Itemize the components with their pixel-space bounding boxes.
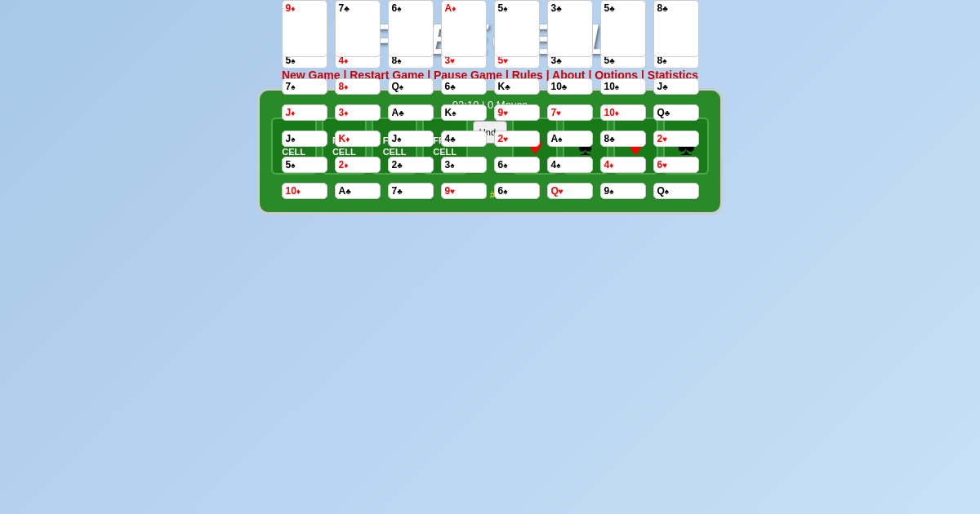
- card[interactable]: A♦: [441, 0, 487, 57]
- card-suit: ♣: [662, 82, 668, 91]
- card[interactable]: 9♥: [494, 104, 540, 121]
- card-rank: K: [339, 133, 346, 144]
- card-suit: ♣: [609, 135, 615, 144]
- card-suit: ♠: [503, 161, 507, 170]
- card[interactable]: Q♠: [653, 183, 699, 199]
- card[interactable]: 7♠: [282, 78, 327, 95]
- card-suit: ♠: [399, 82, 403, 91]
- card-suit: ♣: [562, 82, 568, 91]
- card-suit: ♠: [450, 161, 454, 170]
- card[interactable]: 6♠: [388, 0, 434, 57]
- card-rank: 10: [286, 185, 296, 197]
- card[interactable]: K♠: [441, 104, 487, 121]
- card-rank: K: [445, 107, 452, 118]
- card[interactable]: 8♦: [335, 78, 381, 95]
- card-suit: ♥: [503, 135, 508, 144]
- card[interactable]: K♦: [335, 131, 381, 147]
- card-suit: ♣: [665, 109, 670, 117]
- card-suit: ♠: [291, 82, 295, 91]
- card-suit: ♥: [503, 56, 508, 65]
- card-suit: ♣: [450, 82, 456, 91]
- card[interactable]: 7♣: [388, 183, 434, 199]
- card[interactable]: 6♠: [494, 157, 540, 173]
- card-suit: ♦: [344, 82, 348, 91]
- card-suit: ♠: [665, 187, 669, 196]
- card[interactable]: 7♥: [547, 104, 593, 121]
- card-suit: ♥: [662, 135, 667, 144]
- card-suit: ♦: [345, 135, 350, 144]
- card[interactable]: 2♥: [494, 131, 540, 147]
- card-suit: ♠: [558, 135, 562, 144]
- card[interactable]: Q♣: [653, 104, 699, 121]
- card[interactable]: Q♥: [547, 183, 593, 199]
- card-suit: ♣: [399, 109, 404, 117]
- card-rank: Q: [657, 185, 665, 197]
- card[interactable]: 3♦: [335, 104, 381, 121]
- card-suit: ♣: [662, 4, 668, 13]
- card[interactable]: 2♥: [653, 131, 699, 147]
- card[interactable]: 9♥: [441, 183, 487, 199]
- card-suit: ♥: [450, 56, 455, 65]
- game-board: 02:10 | 0 Moves FREECELL FREECELL FREECE…: [257, 88, 723, 215]
- card[interactable]: 9♦: [282, 0, 327, 57]
- card[interactable]: 10♠: [600, 78, 646, 95]
- card[interactable]: 8♣: [653, 0, 699, 57]
- card-suit: ♠: [291, 161, 295, 170]
- card-suit: ♣: [556, 4, 562, 13]
- card-suit: ♣: [609, 4, 615, 13]
- card[interactable]: 7♣: [335, 0, 381, 57]
- card[interactable]: J♠: [282, 131, 327, 147]
- card-suit: ♦: [344, 109, 348, 117]
- card[interactable]: A♣: [388, 104, 434, 121]
- card-rank: Q: [657, 107, 665, 118]
- card[interactable]: 6♠: [494, 183, 540, 199]
- card-rank: Q: [551, 185, 559, 197]
- card[interactable]: 4♦: [600, 157, 646, 173]
- card-suit: ♣: [505, 82, 510, 91]
- card[interactable]: 10♦: [282, 183, 327, 199]
- card[interactable]: 5♠: [282, 157, 327, 173]
- card-rank: Q: [392, 81, 399, 92]
- card-suit: ♠: [503, 4, 507, 13]
- card-suit: ♦: [291, 109, 295, 117]
- card[interactable]: 2♣: [388, 157, 434, 173]
- card-suit: ♦: [291, 4, 295, 13]
- card-suit: ♦: [296, 187, 301, 196]
- card-suit: ♥: [450, 187, 455, 196]
- card-suit: ♣: [556, 56, 562, 65]
- card[interactable]: A♠: [547, 131, 593, 147]
- card-suit: ♣: [344, 4, 350, 13]
- card[interactable]: 9♠: [600, 183, 646, 199]
- card[interactable]: 4♣: [441, 131, 487, 147]
- card[interactable]: 8♣: [600, 131, 646, 147]
- card[interactable]: Q♠: [388, 78, 434, 95]
- card-suit: ♣: [450, 135, 456, 144]
- card[interactable]: 3♠: [441, 157, 487, 173]
- card-rank: K: [498, 81, 506, 92]
- card-suit: ♥: [559, 187, 564, 196]
- card-rank: A: [445, 2, 452, 14]
- card[interactable]: 6♣: [441, 78, 487, 95]
- card[interactable]: 2♦: [335, 157, 381, 173]
- card[interactable]: 10♦: [600, 104, 646, 121]
- card-suit: ♠: [397, 56, 401, 65]
- card[interactable]: 10♣: [547, 78, 593, 95]
- card-rank: A: [392, 107, 399, 118]
- card-rank: 10: [604, 107, 615, 118]
- card[interactable]: J♠: [388, 131, 434, 147]
- card[interactable]: A♣: [335, 183, 381, 199]
- card[interactable]: K♣: [494, 78, 540, 95]
- card-suit: ♠: [662, 56, 666, 65]
- card[interactable]: 5♣: [600, 0, 646, 57]
- card[interactable]: J♣: [653, 78, 699, 95]
- card-suit: ♦: [615, 109, 619, 117]
- card-suit: ♥: [556, 109, 561, 117]
- card[interactable]: 4♠: [547, 157, 593, 173]
- card[interactable]: J♦: [282, 104, 327, 121]
- card-suit: ♥: [503, 109, 508, 117]
- card-suit: ♣: [345, 187, 351, 196]
- card[interactable]: 6♥: [653, 157, 699, 173]
- card-rank: A: [551, 133, 559, 144]
- card[interactable]: 5♠: [494, 0, 540, 57]
- card[interactable]: 3♣: [547, 0, 593, 57]
